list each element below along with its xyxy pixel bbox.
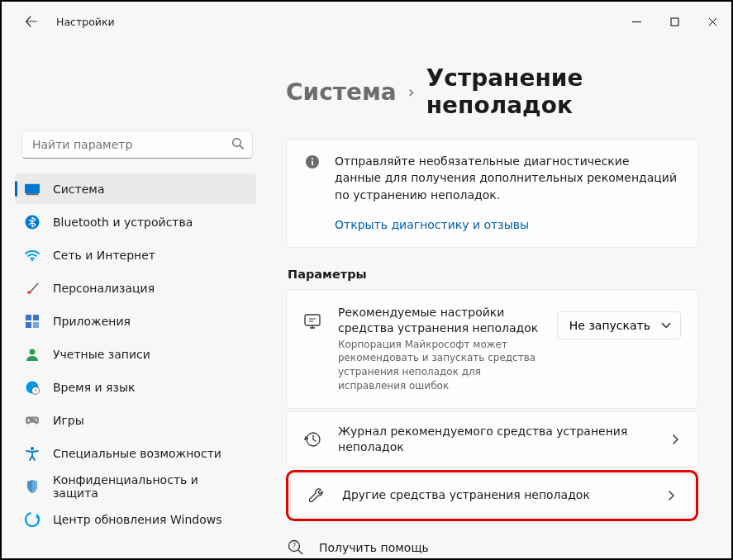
svg-rect-7 bbox=[33, 315, 39, 320]
sidebar: Система Bluetooth и устройства Сеть и Ин… bbox=[2, 41, 266, 558]
help-icon: ? bbox=[288, 539, 304, 556]
svg-point-1 bbox=[233, 139, 241, 147]
update-icon bbox=[25, 512, 40, 527]
sidebar-item-bluetooth[interactable]: Bluetooth и устройства bbox=[15, 206, 256, 237]
sidebar-item-label: Персонализация bbox=[53, 282, 155, 295]
brush-icon bbox=[25, 281, 40, 296]
accessibility-icon bbox=[25, 446, 40, 461]
close-icon bbox=[708, 17, 717, 26]
svg-point-14 bbox=[36, 420, 38, 421]
dropdown-value: Не запускать bbox=[569, 319, 650, 332]
apps-icon bbox=[25, 314, 40, 329]
person-icon bbox=[25, 347, 40, 362]
sidebar-item-label: Игры bbox=[53, 414, 84, 427]
sidebar-item-gaming[interactable]: Игры bbox=[15, 405, 256, 435]
sidebar-item-personalization[interactable]: Персонализация bbox=[15, 273, 256, 303]
minimize-button[interactable] bbox=[617, 5, 655, 38]
chevron-right-icon: › bbox=[408, 82, 415, 102]
search-input[interactable] bbox=[21, 131, 253, 159]
wrench-icon bbox=[307, 486, 326, 505]
main-content: Система › Устранение неполадок Отправляй… bbox=[266, 41, 731, 558]
sidebar-item-privacy[interactable]: Конфиденциальность и защита bbox=[15, 471, 256, 501]
svg-rect-20 bbox=[305, 315, 320, 325]
svg-point-13 bbox=[35, 418, 36, 420]
svg-rect-6 bbox=[26, 315, 31, 320]
svg-rect-8 bbox=[26, 322, 31, 328]
maximize-button[interactable] bbox=[655, 5, 693, 38]
chevron-right-icon bbox=[669, 434, 681, 445]
sidebar-item-windows-update[interactable]: Центр обновления Windows bbox=[15, 504, 256, 534]
svg-rect-3 bbox=[26, 193, 38, 195]
sidebar-item-apps[interactable]: Приложения bbox=[15, 306, 256, 336]
svg-rect-2 bbox=[25, 183, 40, 193]
section-parameters-title: Параметры bbox=[288, 268, 698, 281]
other-title: Другие средства устранения неполадок bbox=[342, 487, 649, 503]
sidebar-item-label: Система bbox=[53, 183, 104, 196]
close-button[interactable] bbox=[693, 5, 731, 38]
page-title: Устранение неполадок bbox=[426, 64, 698, 119]
open-diagnostics-link[interactable]: Открыть диагностику и отзывы bbox=[335, 218, 529, 231]
sidebar-item-label: Bluetooth и устройства bbox=[53, 216, 193, 229]
get-help-label: Получить помощь bbox=[319, 541, 429, 554]
history-title: Журнал рекомендуемого средства устранени… bbox=[338, 424, 653, 455]
recommended-mode-dropdown[interactable]: Не запускать bbox=[557, 311, 681, 339]
svg-rect-9 bbox=[33, 322, 39, 328]
svg-point-5 bbox=[31, 259, 33, 260]
breadcrumb: Система › Устранение неполадок bbox=[286, 64, 698, 119]
help-links: ? Получить помощь Быстрая помощь от друг… bbox=[288, 539, 698, 558]
svg-rect-0 bbox=[671, 18, 678, 26]
diagnostic-info-card: Отправляйте необязательные диагностическ… bbox=[286, 139, 698, 248]
diagnostic-info-text: Отправляйте необязательные диагностическ… bbox=[335, 153, 679, 203]
search-icon bbox=[231, 137, 245, 150]
nav: Система Bluetooth и устройства Сеть и Ин… bbox=[15, 173, 256, 534]
chevron-down-icon bbox=[660, 320, 672, 331]
monitor-chat-icon bbox=[303, 313, 321, 331]
info-icon bbox=[305, 154, 320, 169]
bluetooth-icon bbox=[25, 215, 40, 230]
back-button[interactable] bbox=[18, 8, 45, 35]
gamepad-icon bbox=[25, 413, 40, 428]
sidebar-item-label: Центр обновления Windows bbox=[53, 513, 221, 526]
recommended-settings-card: Рекомендуемые настройки средства устране… bbox=[286, 289, 698, 409]
arrow-left-icon bbox=[25, 15, 38, 28]
sidebar-item-label: Приложения bbox=[53, 315, 131, 328]
history-icon bbox=[303, 430, 321, 448]
sidebar-item-label: Время и язык bbox=[53, 381, 135, 394]
sidebar-item-accessibility[interactable]: Специальные возможности bbox=[15, 438, 256, 468]
breadcrumb-parent[interactable]: Система bbox=[286, 78, 397, 106]
sidebar-item-label: Сеть и Интернет bbox=[53, 249, 155, 262]
other-troubleshooters-card[interactable]: Другие средства устранения неполадок bbox=[290, 474, 694, 517]
svg-point-10 bbox=[30, 349, 36, 354]
svg-text:?: ? bbox=[293, 543, 296, 550]
globe-clock-icon bbox=[25, 380, 40, 395]
troubleshoot-history-card[interactable]: Журнал рекомендуемого средства устранени… bbox=[286, 411, 698, 467]
sidebar-item-accounts[interactable]: Учетные записи bbox=[15, 339, 256, 369]
wifi-icon bbox=[25, 248, 40, 263]
sidebar-item-system[interactable]: Система bbox=[15, 173, 256, 204]
maximize-icon bbox=[670, 17, 679, 26]
sidebar-item-label: Специальные возможности bbox=[53, 447, 221, 460]
sidebar-item-network[interactable]: Сеть и Интернет bbox=[15, 240, 256, 270]
minimize-icon bbox=[632, 17, 641, 26]
titlebar: Настройки bbox=[2, 2, 731, 41]
highlighted-card: Другие средства устранения неполадок bbox=[286, 470, 698, 521]
recommended-title: Рекомендуемые настройки средства устране… bbox=[338, 305, 540, 336]
chevron-right-icon bbox=[665, 490, 677, 501]
window-controls bbox=[617, 5, 731, 38]
shield-icon bbox=[25, 479, 40, 494]
sidebar-item-time-language[interactable]: Время и язык bbox=[15, 372, 256, 402]
display-icon bbox=[25, 182, 40, 197]
svg-point-15 bbox=[31, 447, 34, 450]
search-box[interactable] bbox=[21, 131, 253, 159]
sidebar-item-label: Конфиденциальность и защита bbox=[53, 473, 246, 500]
svg-rect-19 bbox=[312, 161, 313, 166]
recommended-desc: Корпорация Майкрософт может рекомендоват… bbox=[338, 338, 540, 393]
svg-point-18 bbox=[312, 158, 313, 159]
get-help-link[interactable]: ? Получить помощь bbox=[288, 539, 698, 556]
app-title: Настройки bbox=[56, 16, 115, 28]
sidebar-item-label: Учетные записи bbox=[53, 348, 150, 361]
